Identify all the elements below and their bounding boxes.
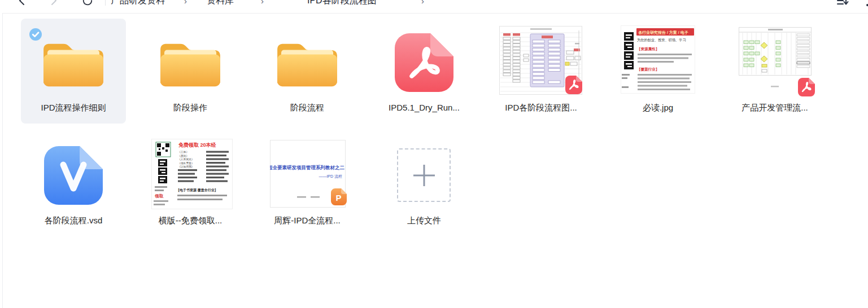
tile-pdf-dry-run[interactable]: IPD5.1_Dry_Run... [372, 19, 477, 124]
breadcrumb-label[interactable]: 产品研发资料 [111, 0, 165, 7]
svg-text:程全要素研发项目管理系列教材之二: 程全要素研发项目管理系列教材之二 [270, 165, 345, 170]
breadcrumb-item-1[interactable]: 产品研发资料 [111, 0, 165, 12]
sort-icon[interactable] [836, 0, 849, 12]
document-thumbnail [739, 27, 812, 94]
document-thumbnail: 程全要素研发项目管理系列教材之二 ——IPD 流程 P [270, 140, 346, 208]
pdf-badge-icon [798, 78, 815, 99]
pdf-file-icon [372, 19, 477, 102]
svg-text:为您的创业、投资、职场、学习: 为您的创业、投资、职场、学习 [637, 38, 686, 42]
document-thumbnail [499, 26, 582, 95]
file-label: 阶段操作 [141, 102, 240, 114]
svg-text:P: P [335, 193, 341, 203]
tile-ppt-zhouhui-ipd[interactable]: 程全要素研发项目管理系列教材之二 ——IPD 流程 P 周辉-IPD全流程... [255, 131, 360, 236]
selected-check-icon[interactable] [29, 28, 42, 41]
panel-left-border [2, 0, 3, 308]
file-label: 必读.jpg [608, 102, 708, 114]
breadcrumb-label[interactable]: IPD各阶段流程图 [307, 0, 377, 7]
file-label: IPD5.1_Dry_Run... [374, 102, 474, 114]
file-label: 产品开发管理流... [725, 102, 825, 114]
tile-folder-stage-operations[interactable]: 阶段操作 [138, 19, 243, 124]
refresh-icon[interactable] [82, 0, 93, 12]
tile-folder-ipd-process-details[interactable]: IPD流程操作细则 [21, 19, 126, 124]
forward-button[interactable] [49, 0, 59, 12]
plus-icon [412, 163, 437, 188]
breadcrumb-caret-icon: › [261, 0, 264, 12]
folder-icon [138, 19, 243, 102]
file-label: 周辉-IPD全流程... [258, 214, 357, 227]
tile-image-bidu-jpg[interactable]: 各行业研究报告 / 方案 / 电子 为您的创业、投资、职场、学习 【资源属性】 … [605, 19, 710, 124]
file-label: 横版--免费领取... [141, 214, 240, 227]
svg-text:免费领取 20本经: 免费领取 20本经 [178, 142, 217, 148]
svg-text:《三体》: 《三体》 [178, 151, 189, 153]
tile-pdf-product-dev-process[interactable]: 产品开发管理流... [722, 19, 827, 124]
file-label: IPD流程操作细则 [24, 102, 123, 114]
file-label: 各阶段流程.vsd [24, 214, 123, 227]
file-label: IPD各阶段流程图... [491, 102, 591, 114]
more-icon[interactable] [865, 0, 868, 12]
breadcrumb-label[interactable]: 资料库 [207, 0, 234, 7]
file-label: 阶段流程 [258, 102, 357, 114]
tile-upload-file[interactable]: 上传文件 [372, 131, 477, 236]
svg-text:《增长黑客》: 《增长黑客》 [178, 161, 194, 165]
image-thumbnail: 领取 免费领取 20本经 《三体》 《原则》 《人类简史》 《增长黑客》 《认知… [151, 139, 233, 209]
svg-text:领取: 领取 [154, 193, 164, 199]
svg-text:《原则》: 《原则》 [178, 154, 189, 158]
ppt-badge-icon: P [331, 188, 347, 208]
svg-text:《人类简史》: 《人类简史》 [178, 158, 194, 161]
image-thumbnail: 各行业研究报告 / 方案 / 电子 为您的创业、投资、职场、学习 【资源属性】 … [621, 25, 695, 94]
breadcrumb-item-2[interactable]: 资料库 [207, 0, 234, 12]
svg-text:各行业研究报告 / 方案 / 电子: 各行业研究报告 / 方案 / 电子 [638, 30, 688, 35]
tile-image-free-books[interactable]: 领取 免费领取 20本经 《三体》 《原则》 《人类简史》 《增长黑客》 《认知… [138, 131, 243, 236]
folder-icon [255, 19, 360, 102]
back-button[interactable] [17, 0, 27, 12]
tile-visio-stage-process[interactable]: 各阶段流程.vsd [21, 131, 126, 236]
tile-folder-stage-process[interactable]: 阶段流程 [255, 19, 360, 124]
breadcrumb-caret-icon: › [421, 0, 424, 12]
breadcrumb-caret-icon: › [184, 0, 187, 12]
svg-text:——IPD 流程: ——IPD 流程 [319, 174, 342, 179]
upload-label: 上传文件 [374, 214, 474, 227]
svg-text:《认知突围》: 《认知突围》 [178, 165, 194, 169]
upload-dropzone[interactable] [397, 148, 451, 202]
pdf-badge-icon [565, 76, 582, 96]
tile-pdf-ipd-stage-flowcharts[interactable]: IPD各阶段流程图... [488, 19, 594, 124]
toolbar-divider [105, 0, 106, 6]
svg-text:【资源属性】: 【资源属性】 [637, 47, 659, 51]
toolbar: 产品研发资料 › 资料库 › IPD各阶段流程图 › [2, 0, 868, 14]
svg-text:【电子书资源 覆盖全行业】: 【电子书资源 覆盖全行业】 [176, 188, 218, 192]
breadcrumb-item-3[interactable]: IPD各阶段流程图 [307, 0, 377, 12]
svg-text:【覆盖行业】: 【覆盖行业】 [637, 67, 659, 72]
visio-file-icon [21, 131, 126, 215]
file-manager-window: 产品研发资料 › 资料库 › IPD各阶段流程图 › [0, 0, 868, 308]
